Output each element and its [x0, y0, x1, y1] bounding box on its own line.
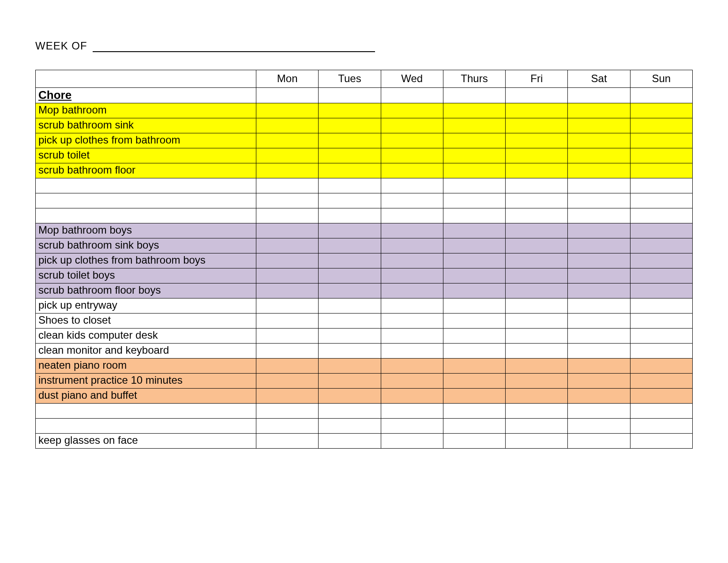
cell[interactable]	[319, 133, 381, 148]
cell[interactable]	[256, 253, 319, 268]
cell[interactable]	[319, 163, 381, 178]
cell[interactable]	[256, 403, 319, 418]
cell[interactable]	[319, 373, 381, 388]
cell[interactable]	[506, 133, 568, 148]
cell[interactable]	[630, 373, 692, 388]
cell[interactable]	[256, 178, 319, 193]
cell[interactable]	[630, 343, 692, 358]
cell[interactable]	[506, 88, 568, 103]
cell[interactable]	[630, 403, 692, 418]
cell[interactable]	[630, 208, 692, 223]
cell[interactable]	[568, 268, 630, 283]
cell[interactable]	[506, 178, 568, 193]
cell[interactable]	[443, 328, 505, 343]
cell[interactable]	[506, 388, 568, 403]
cell[interactable]	[256, 103, 319, 118]
cell[interactable]	[256, 238, 319, 253]
cell[interactable]	[506, 103, 568, 118]
cell[interactable]	[506, 148, 568, 163]
cell[interactable]	[443, 88, 505, 103]
cell[interactable]	[630, 163, 692, 178]
cell[interactable]	[568, 253, 630, 268]
cell[interactable]	[381, 343, 443, 358]
cell[interactable]	[568, 358, 630, 373]
cell[interactable]	[506, 163, 568, 178]
cell[interactable]	[256, 283, 319, 298]
cell[interactable]	[256, 223, 319, 238]
cell[interactable]	[256, 163, 319, 178]
cell[interactable]	[630, 328, 692, 343]
cell[interactable]	[381, 268, 443, 283]
cell[interactable]	[568, 163, 630, 178]
cell[interactable]	[568, 313, 630, 328]
cell[interactable]	[381, 118, 443, 133]
cell[interactable]	[630, 253, 692, 268]
cell[interactable]	[506, 208, 568, 223]
cell[interactable]	[443, 133, 505, 148]
cell[interactable]	[381, 133, 443, 148]
cell[interactable]	[630, 388, 692, 403]
cell[interactable]	[443, 148, 505, 163]
cell[interactable]	[319, 178, 381, 193]
cell[interactable]	[568, 298, 630, 313]
cell[interactable]	[381, 148, 443, 163]
cell[interactable]	[319, 208, 381, 223]
cell[interactable]	[568, 343, 630, 358]
cell[interactable]	[506, 358, 568, 373]
cell[interactable]	[256, 373, 319, 388]
cell[interactable]	[443, 388, 505, 403]
cell[interactable]	[443, 193, 505, 208]
cell[interactable]	[568, 373, 630, 388]
cell[interactable]	[630, 268, 692, 283]
cell[interactable]	[568, 418, 630, 433]
cell[interactable]	[381, 223, 443, 238]
cell[interactable]	[443, 178, 505, 193]
cell[interactable]	[319, 433, 381, 448]
cell[interactable]	[443, 238, 505, 253]
cell[interactable]	[256, 358, 319, 373]
cell[interactable]	[319, 148, 381, 163]
cell[interactable]	[568, 133, 630, 148]
cell[interactable]	[256, 313, 319, 328]
cell[interactable]	[506, 223, 568, 238]
cell[interactable]	[630, 238, 692, 253]
cell[interactable]	[568, 328, 630, 343]
cell[interactable]	[319, 313, 381, 328]
cell[interactable]	[443, 253, 505, 268]
cell[interactable]	[381, 433, 443, 448]
cell[interactable]	[256, 88, 319, 103]
cell[interactable]	[381, 253, 443, 268]
cell[interactable]	[506, 403, 568, 418]
cell[interactable]	[319, 103, 381, 118]
cell[interactable]	[443, 223, 505, 238]
cell[interactable]	[443, 373, 505, 388]
cell[interactable]	[630, 148, 692, 163]
cell[interactable]	[381, 403, 443, 418]
cell[interactable]	[568, 148, 630, 163]
cell[interactable]	[506, 238, 568, 253]
cell[interactable]	[630, 118, 692, 133]
cell[interactable]	[319, 283, 381, 298]
cell[interactable]	[319, 253, 381, 268]
cell[interactable]	[506, 253, 568, 268]
cell[interactable]	[319, 418, 381, 433]
cell[interactable]	[381, 88, 443, 103]
cell[interactable]	[256, 433, 319, 448]
cell[interactable]	[381, 283, 443, 298]
cell[interactable]	[381, 388, 443, 403]
cell[interactable]	[319, 238, 381, 253]
cell[interactable]	[443, 208, 505, 223]
cell[interactable]	[381, 313, 443, 328]
cell[interactable]	[506, 373, 568, 388]
cell[interactable]	[630, 178, 692, 193]
cell[interactable]	[381, 298, 443, 313]
cell[interactable]	[506, 433, 568, 448]
cell[interactable]	[381, 193, 443, 208]
cell[interactable]	[506, 118, 568, 133]
cell[interactable]	[568, 388, 630, 403]
cell[interactable]	[381, 328, 443, 343]
cell[interactable]	[443, 418, 505, 433]
cell[interactable]	[381, 103, 443, 118]
cell[interactable]	[568, 178, 630, 193]
cell[interactable]	[319, 298, 381, 313]
